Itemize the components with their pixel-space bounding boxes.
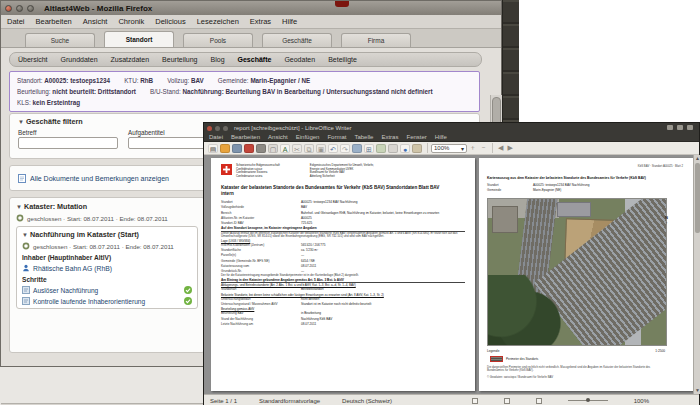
- keyboard-indicator-icon[interactable]: [667, 125, 673, 130]
- collapse-icon: ▼: [16, 204, 22, 210]
- zoom-select[interactable]: 100%▾: [431, 144, 467, 153]
- menu-item[interactable]: Bearbeiten: [231, 134, 260, 140]
- scrollbar-thumb[interactable]: [695, 163, 700, 233]
- section-nav-item[interactable]: Geschäfte: [238, 56, 272, 63]
- cut-icon[interactable]: ✂: [292, 144, 302, 153]
- drawing-icon[interactable]: [376, 144, 386, 153]
- maximize-icon[interactable]: [223, 126, 228, 131]
- menu-item[interactable]: Einfügen: [296, 134, 320, 140]
- minimize-icon[interactable]: [215, 126, 220, 131]
- menu-item[interactable]: Extras: [381, 134, 398, 140]
- app-tab[interactable]: Standort: [104, 31, 174, 47]
- table-icon[interactable]: ⊞: [364, 144, 374, 153]
- zoom-slider-handle[interactable]: [586, 398, 590, 402]
- spelling-icon[interactable]: A: [280, 144, 290, 153]
- step-link[interactable]: Kontrolle laufende Inhaberorientierung: [33, 298, 145, 305]
- book-view-icon[interactable]: [536, 398, 542, 404]
- app-tab[interactable]: Firma: [341, 33, 411, 47]
- close-icon[interactable]: [207, 126, 212, 131]
- save-icon[interactable]: [232, 144, 242, 153]
- menu-item[interactable]: Tabelle: [354, 134, 373, 140]
- section-nav-item[interactable]: Beteiligte: [328, 56, 357, 63]
- section-nav-item[interactable]: Zusatzdaten: [111, 56, 150, 63]
- scroll-up-icon[interactable]: ▲: [694, 155, 700, 162]
- nachfuehrung-status: geschlossen · Start: 08.07.2011 · Ende: …: [22, 242, 192, 250]
- report-page-1: Schweizerische EidgenossenschaftConfédér…: [211, 158, 475, 391]
- section-nav-item[interactable]: Grunddaten: [61, 56, 98, 63]
- inhaber-link[interactable]: Rhätische Bahn AG (RhB): [33, 265, 112, 272]
- menu-item[interactable]: Format: [327, 134, 346, 140]
- app-tab[interactable]: Pools: [183, 33, 253, 47]
- section-nav-item[interactable]: Geodaten: [284, 56, 315, 63]
- undo-icon[interactable]: ↶: [328, 144, 338, 153]
- maximize-icon[interactable]: [27, 5, 34, 12]
- gallery-icon[interactable]: [412, 144, 422, 153]
- menu-item[interactable]: Datei: [209, 134, 223, 140]
- zoom-slider[interactable]: [568, 400, 608, 401]
- volume-indicator-icon[interactable]: [677, 125, 683, 130]
- check-icon: [184, 286, 192, 294]
- section-nav-item[interactable]: Blog: [211, 56, 225, 63]
- firefox-titlebar[interactable]: Altlast4Web - Mozilla Firefox: [1, 1, 501, 15]
- language-indicator[interactable]: Deutsch (Schweiz): [342, 398, 392, 404]
- menu-item[interactable]: Hilfe: [435, 134, 447, 140]
- battery-indicator-icon[interactable]: [687, 125, 693, 130]
- zoom-in-icon[interactable]: ＋: [469, 143, 476, 153]
- new-document-icon[interactable]: ▤: [208, 144, 218, 153]
- firefox-menubar: DateiBearbeitenAnsichtChronikDeliciousLe…: [1, 15, 501, 29]
- vertical-scrollbar[interactable]: ▲ ▼: [693, 155, 700, 394]
- print-preview-icon[interactable]: ▢: [268, 144, 278, 153]
- paste-icon[interactable]: ▣: [316, 144, 326, 153]
- menu-item[interactable]: Chronik: [118, 17, 144, 26]
- info-pair: Vollzug: BAV: [167, 77, 204, 84]
- check-icon: [184, 297, 192, 305]
- step-link[interactable]: Auslöser Nachführung: [33, 287, 98, 294]
- menu-item[interactable]: Ansicht: [268, 134, 288, 140]
- task-icon: [22, 286, 30, 294]
- writer-titlebar[interactable]: report [schreibgeschützt] - LibreOffice …: [204, 123, 699, 133]
- document-area[interactable]: Schweizerische EidgenossenschaftConfédér…: [204, 155, 693, 394]
- multi-page-view-icon[interactable]: [504, 398, 510, 404]
- app-tab[interactable]: Geschäfte: [262, 33, 332, 47]
- copy-icon[interactable]: ⧉: [304, 144, 314, 153]
- perimeter-swatch-icon: [490, 356, 503, 362]
- map-scale: 1:2500: [655, 349, 665, 353]
- kataster-panel-header[interactable]: ▼Kataster: Mutation: [16, 202, 198, 211]
- zoom-out-icon[interactable]: －: [480, 143, 487, 153]
- minimize-icon[interactable]: [16, 5, 23, 12]
- menu-item[interactable]: Bearbeiten: [36, 17, 72, 26]
- menu-item[interactable]: Hilfe: [282, 17, 297, 26]
- menu-item[interactable]: Datei: [7, 17, 25, 26]
- menu-item[interactable]: Ansicht: [83, 17, 108, 26]
- navigator-icon[interactable]: ●: [400, 144, 410, 153]
- section-nav-item[interactable]: Beurteilung: [162, 56, 197, 63]
- style-indicator[interactable]: Standardformatvorlage: [259, 398, 320, 404]
- menu-item[interactable]: Fenster: [406, 134, 426, 140]
- find-icon[interactable]: [388, 144, 398, 153]
- filter-input[interactable]: [18, 137, 118, 149]
- close-icon[interactable]: [5, 5, 12, 12]
- section-nav-item[interactable]: Übersicht: [18, 56, 48, 63]
- single-page-view-icon[interactable]: [472, 398, 478, 404]
- next-page-icon[interactable]: ▶: [507, 144, 512, 152]
- page2-header: KbS BAV · Standort A00025 · Blatt 2: [487, 164, 683, 168]
- report-row: Dieser Auszug enthält die im öffentlich …: [221, 232, 465, 239]
- menu-item[interactable]: Extras: [250, 17, 271, 26]
- show-all-documents-link[interactable]: Alle Dokumente und Bemerkungen anzeigen: [30, 175, 169, 182]
- confederation-line: Confederaziun svizra: [236, 175, 280, 179]
- export-pdf-icon[interactable]: [244, 144, 254, 153]
- scroll-down-icon[interactable]: ▼: [694, 387, 700, 394]
- menu-item[interactable]: Lesezeichen: [197, 17, 239, 26]
- hyperlink-icon[interactable]: [352, 144, 362, 153]
- print-icon[interactable]: [256, 144, 266, 153]
- titlebar-smudge: [335, 1, 349, 7]
- nachfuehrung-header[interactable]: ▼Nachführung im Kataster (Start): [22, 230, 192, 239]
- redo-icon[interactable]: ↷: [340, 144, 350, 153]
- menu-item[interactable]: Delicious: [155, 17, 185, 26]
- writer-toolbar: ▤▢A✂⧉▣↶↷⊞● 100%▾ ＋ － ◀ ▶: [204, 142, 699, 155]
- report-row: Untersuchungsstand / Massnahmen AltlVSta…: [221, 302, 465, 307]
- app-tab[interactable]: Suche: [25, 33, 95, 47]
- indicator-icons: [667, 125, 693, 130]
- prev-page-icon[interactable]: ◀: [498, 144, 503, 152]
- open-icon[interactable]: [220, 144, 230, 153]
